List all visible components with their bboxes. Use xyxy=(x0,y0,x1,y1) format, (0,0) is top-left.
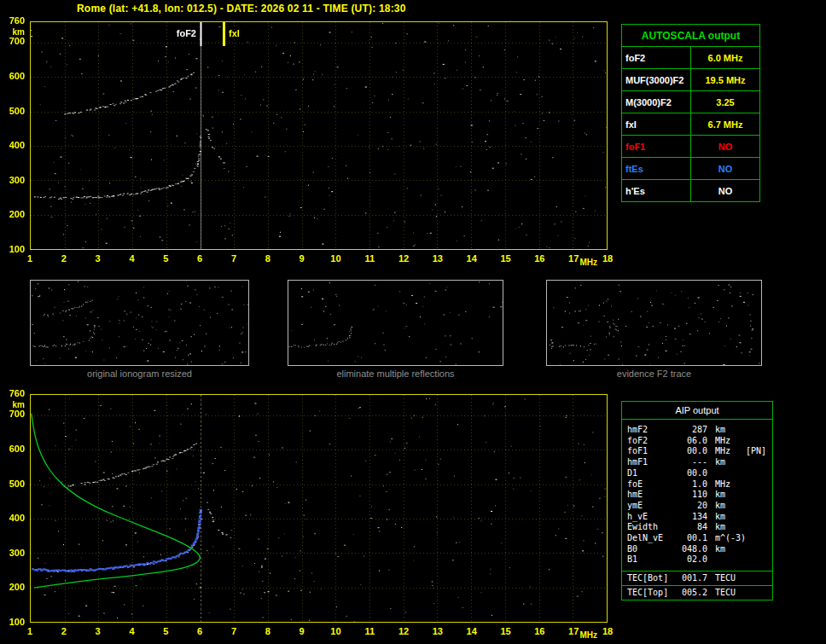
thumbnail-original-ionogram xyxy=(30,280,249,366)
thumbnail-caption: eliminate multiple reflections xyxy=(288,368,503,379)
autoscala-param-label: ftEs xyxy=(622,158,691,180)
x-axis-tick-label: 14 xyxy=(462,626,481,637)
x-axis-tick-label: 7 xyxy=(224,626,243,637)
y-axis-tick-label: 500 xyxy=(0,106,25,117)
thumbnail-canvas-original xyxy=(31,281,248,365)
ionogram-plot-profile xyxy=(30,394,608,623)
x-axis-tick-label: 3 xyxy=(89,253,108,264)
aip-param-label: hmF2 xyxy=(627,425,677,436)
x-axis-tick-label: 3 xyxy=(89,626,108,637)
aip-param-value: 134 xyxy=(677,512,707,523)
aip-row: foE1.0MHz xyxy=(627,479,769,490)
aip-param-value: 20 xyxy=(677,501,707,512)
thumbnail-canvas-evidence xyxy=(547,281,761,365)
aip-row: h_vE134km xyxy=(627,512,769,523)
aip-param-unit: m^(-3) xyxy=(715,533,746,544)
x-axis-tick-label: 13 xyxy=(428,626,447,637)
autoscala-param-value: 6.7 MHz xyxy=(691,113,760,136)
autoscala-param-value: NO xyxy=(691,158,760,180)
y-axis-tick-label: 760 xyxy=(0,388,25,399)
y-axis-unit-label: km xyxy=(0,399,25,410)
x-axis-tick-label: 2 xyxy=(55,253,73,264)
aip-param-label: h_vE xyxy=(627,512,677,523)
autoscala-screen: Rome (lat: +41.8, lon: 012.5) - DATE: 20… xyxy=(0,0,826,644)
x-axis-tick-label: 10 xyxy=(326,626,345,637)
aip-param-unit: km xyxy=(715,490,725,501)
x-axis-tick-label: 16 xyxy=(530,626,549,637)
x-axis-tick-label: 4 xyxy=(122,253,141,264)
aip-param-value: 06.0 xyxy=(677,436,707,447)
autoscala-row: h'EsNO xyxy=(622,180,760,202)
aip-tec-value: 005.2 xyxy=(677,588,707,598)
y-axis-tick-label: 700 xyxy=(0,36,25,47)
aip-row: foF100.0MHz[PN] xyxy=(627,446,769,457)
aip-param-unit: MHz xyxy=(715,479,730,490)
x-axis-unit-label: MHz xyxy=(580,258,598,267)
ionogram-canvas-profile xyxy=(31,395,607,622)
aip-param-unit: km xyxy=(715,522,725,533)
aip-tec-value: 001.7 xyxy=(677,573,707,583)
aip-tec-label: TEC[Bot] xyxy=(627,573,677,583)
x-axis-tick-label: 12 xyxy=(394,626,413,637)
y-axis-tick-label: 200 xyxy=(0,582,25,593)
autoscala-param-label: fxI xyxy=(622,113,691,136)
thumbnail-canvas-eliminate xyxy=(288,281,503,365)
y-axis-tick-label: 400 xyxy=(0,140,25,151)
aip-param-unit: km xyxy=(715,512,725,523)
x-axis-tick-label: 8 xyxy=(259,253,277,264)
thumbnail-caption: original ionogram resized xyxy=(30,368,249,379)
aip-param-value: 110 xyxy=(677,490,707,501)
y-axis-tick-label: 300 xyxy=(0,175,25,186)
x-axis-tick-label: 11 xyxy=(360,626,379,637)
autoscala-output-table: AUTOSCALA output foF26.0 MHzMUF(3000)F21… xyxy=(621,24,760,202)
aip-row: B0048.0km xyxy=(627,544,769,555)
x-axis-tick-label: 18 xyxy=(598,253,617,264)
aip-param-label: ymE xyxy=(627,501,677,512)
aip-parameter-list: hmF2287kmfoF206.0MHzfoF100.0MHz[PN]hmF1-… xyxy=(622,420,772,571)
aip-param-unit: km xyxy=(715,425,725,436)
thumbnail-evidence-f2 xyxy=(546,280,762,366)
autoscala-param-label: foF1 xyxy=(622,136,691,158)
aip-param-value: 84 xyxy=(677,522,707,533)
y-axis-unit-label: km xyxy=(0,26,25,38)
x-axis-tick-label: 15 xyxy=(497,626,515,637)
aip-output-panel: AIP output hmF2287kmfoF206.0MHzfoF100.0M… xyxy=(621,401,773,600)
x-axis-tick-label: 11 xyxy=(360,253,379,264)
aip-row: ymE20km xyxy=(627,501,769,512)
aip-row: foF206.0MHz xyxy=(627,436,769,447)
x-axis-tick-label: 1 xyxy=(20,626,39,637)
x-axis-tick-label: 10 xyxy=(326,253,345,264)
x-axis-tick-label: 4 xyxy=(122,626,141,637)
autoscala-param-value: NO xyxy=(691,180,760,202)
aip-param-value: 00.0 xyxy=(677,446,707,457)
autoscala-row: foF26.0 MHz xyxy=(622,47,760,69)
aip-tec-unit: TECU xyxy=(715,588,736,598)
autoscala-row: M(3000)F23.25 xyxy=(622,91,760,113)
aip-tec-unit: TECU xyxy=(715,573,736,583)
autoscala-table-title: AUTOSCALA output xyxy=(622,25,760,47)
x-axis-tick-label: 14 xyxy=(462,253,481,264)
aip-param-value: --- xyxy=(677,457,707,468)
aip-tec-row: TEC[Top]005.2TECU xyxy=(622,585,772,600)
y-axis-tick-label: 300 xyxy=(0,548,25,559)
ionogram-canvas-main xyxy=(31,22,607,249)
x-axis-tick-label: 16 xyxy=(530,253,549,264)
x-axis-tick-label: 7 xyxy=(224,253,243,264)
x-axis-tick-label: 5 xyxy=(156,253,175,264)
x-axis-tick-label: 15 xyxy=(497,253,515,264)
x-axis-tick-label: 8 xyxy=(259,626,277,637)
aip-param-label: B1 xyxy=(627,554,677,566)
aip-param-label: B0 xyxy=(627,544,677,555)
aip-param-label: hmE xyxy=(627,490,677,501)
autoscala-row: fxI6.7 MHz xyxy=(622,113,760,136)
x-axis-tick-label: 6 xyxy=(190,253,209,264)
aip-param-value: 02.0 xyxy=(677,554,707,566)
autoscala-param-value: 19.5 MHz xyxy=(691,69,760,91)
aip-row: D100.0 xyxy=(627,468,769,479)
autoscala-param-value: 6.0 MHz xyxy=(691,47,760,69)
x-axis-tick-label: 1 xyxy=(20,253,39,264)
x-axis-tick-label: 9 xyxy=(293,253,311,264)
aip-row: DelN_vE00.1m^(-3) xyxy=(627,533,769,544)
y-axis-tick-label: 500 xyxy=(0,479,25,490)
x-axis-tick-label: 18 xyxy=(598,626,617,637)
